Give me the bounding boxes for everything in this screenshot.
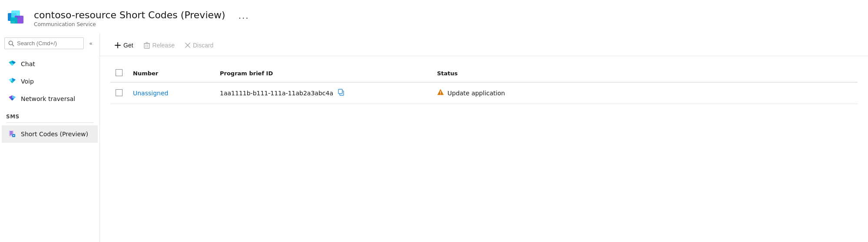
toolbar: Get Release Discard bbox=[100, 33, 868, 56]
number-link[interactable]: Unassigned bbox=[133, 90, 168, 97]
svg-point-34 bbox=[440, 94, 441, 94]
col-header-status: Status bbox=[432, 65, 858, 82]
sidebar-item-network-traversal[interactable]: Network traversal bbox=[2, 90, 98, 108]
status-text: Update application bbox=[447, 90, 505, 97]
search-input-wrapper[interactable] bbox=[4, 37, 84, 49]
network-traversal-icon bbox=[8, 94, 17, 103]
status-container: Update application bbox=[437, 89, 852, 97]
sms-section-label: SMS bbox=[0, 108, 99, 121]
row-checkbox-cell bbox=[110, 82, 128, 104]
program-brief-id-value: 1aa1111b-b111-111a-11ab2a3abc4a bbox=[220, 90, 333, 97]
main-content: Get Release Discard bbox=[100, 33, 868, 242]
svg-rect-3 bbox=[10, 17, 17, 24]
col-header-program-brief-id: Program brief ID bbox=[215, 65, 432, 82]
svg-rect-24 bbox=[144, 44, 149, 48]
main-layout: « Chat Voip bbox=[0, 33, 868, 242]
sidebar: « Chat Voip bbox=[0, 33, 100, 242]
select-all-checkbox[interactable] bbox=[116, 69, 123, 76]
sidebar-item-voip[interactable]: Voip bbox=[2, 73, 98, 90]
status-cell: Update application bbox=[432, 82, 858, 104]
program-id-container: 1aa1111b-b111-111a-11ab2a3abc4a bbox=[220, 89, 427, 97]
app-logo bbox=[7, 8, 28, 29]
warning-icon bbox=[437, 89, 444, 97]
chat-icon bbox=[8, 60, 17, 68]
col-header-number: Number bbox=[128, 65, 215, 82]
more-options-button[interactable]: ··· bbox=[239, 13, 249, 24]
discard-button[interactable]: Discard bbox=[181, 39, 218, 51]
program-brief-id-cell: 1aa1111b-b111-111a-11ab2a3abc4a bbox=[215, 82, 432, 104]
number-cell: Unassigned bbox=[128, 82, 215, 104]
x-icon bbox=[185, 43, 190, 48]
chat-label: Chat bbox=[21, 60, 35, 67]
copy-icon[interactable] bbox=[338, 89, 345, 97]
page-header: contoso-resource Short Codes (Preview) C… bbox=[0, 0, 868, 33]
release-label: Release bbox=[152, 42, 175, 49]
svg-rect-17 bbox=[10, 133, 13, 134]
page-title: contoso-resource Short Codes (Preview) bbox=[34, 10, 225, 20]
sidebar-item-chat[interactable]: Chat bbox=[2, 55, 98, 73]
search-bar: « bbox=[4, 37, 95, 49]
svg-rect-32 bbox=[338, 89, 342, 94]
voip-label: Voip bbox=[21, 78, 34, 85]
svg-line-5 bbox=[12, 44, 14, 46]
short-codes-table: Number Program brief ID Status bbox=[110, 65, 858, 104]
short-codes-label: Short Codes (Preview) bbox=[21, 131, 88, 138]
collapse-sidebar-button[interactable]: « bbox=[86, 38, 95, 48]
release-button[interactable]: Release bbox=[139, 39, 179, 51]
svg-rect-18 bbox=[10, 134, 12, 135]
network-traversal-label: Network traversal bbox=[21, 95, 75, 102]
voip-icon bbox=[8, 77, 17, 86]
search-input[interactable] bbox=[17, 40, 80, 47]
page-subtitle: Communication Service bbox=[34, 21, 225, 27]
discard-label: Discard bbox=[193, 42, 213, 49]
col-header-checkbox bbox=[110, 65, 128, 82]
sidebar-item-short-codes[interactable]: Short Codes (Preview) bbox=[2, 125, 98, 143]
table-area: Number Program brief ID Status bbox=[100, 56, 868, 242]
plus-icon bbox=[115, 42, 121, 48]
header-title-group: contoso-resource Short Codes (Preview) C… bbox=[34, 10, 225, 27]
trash-icon bbox=[144, 42, 150, 49]
search-icon bbox=[8, 40, 14, 47]
get-label: Get bbox=[123, 42, 133, 49]
table-row: Unassigned 1aa1111b-b111-111a-11ab2a3abc… bbox=[110, 82, 858, 104]
sms-divider bbox=[6, 122, 93, 123]
svg-rect-16 bbox=[10, 131, 13, 132]
short-codes-icon bbox=[8, 130, 17, 138]
get-button[interactable]: Get bbox=[110, 39, 138, 51]
row-checkbox[interactable] bbox=[116, 89, 123, 96]
